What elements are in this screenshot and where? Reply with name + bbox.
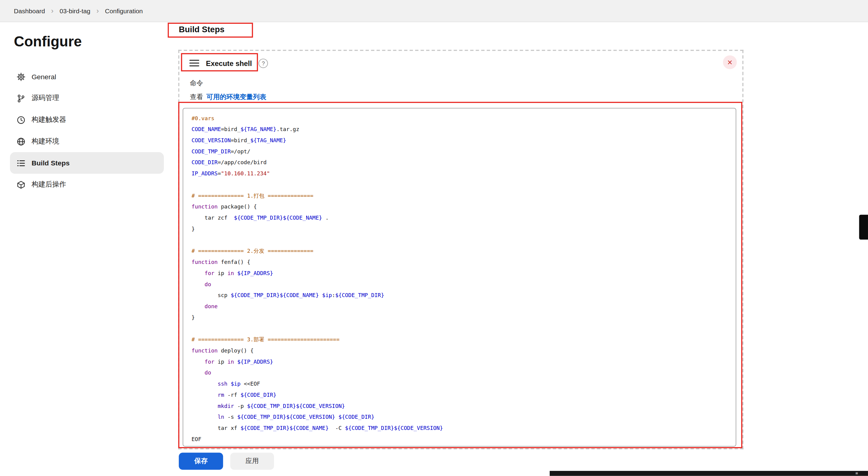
sidebar-item-label: 源码管理 xyxy=(32,93,59,103)
menu-icon[interactable]: ≡ xyxy=(855,471,858,476)
jenkins-configure-page: Dashboard › 03-bird-tag › Configuration … xyxy=(0,0,868,476)
chevron-right-icon: › xyxy=(96,7,99,15)
env-hint-row: 查看可用的环境变量列表 xyxy=(190,93,266,102)
configure-sidebar: General 源码管理 构建触发器 构建环境 Build Steps xyxy=(10,66,164,195)
side-handle[interactable] xyxy=(859,215,868,240)
shell-command-editor[interactable]: #0.varsCODE_NAME=bird_${TAG_NAME}.tar.gz… xyxy=(183,108,736,446)
sidebar-item-label: 构建触发器 xyxy=(32,115,66,124)
globe-icon xyxy=(17,137,25,146)
form-actions: 保存 应用 xyxy=(179,452,274,470)
build-step-panel: Execute shell ? ✕ 命令 查看可用的环境变量列表 #0.vars… xyxy=(178,50,743,449)
package-icon xyxy=(17,180,25,189)
drag-handle-icon[interactable] xyxy=(189,59,199,67)
delete-step-button[interactable]: ✕ xyxy=(723,56,737,69)
save-button[interactable]: 保存 xyxy=(179,452,223,470)
shell-code: #0.varsCODE_NAME=bird_${TAG_NAME}.tar.gz… xyxy=(183,108,736,445)
sidebar-item-general[interactable]: General xyxy=(10,66,164,88)
sidebar-item-build-steps[interactable]: Build Steps xyxy=(10,152,164,174)
env-hint-prefix: 查看 xyxy=(190,93,203,101)
breadcrumb-item-job[interactable]: 03-bird-tag xyxy=(60,7,90,14)
taskbar-strip: ≡ xyxy=(550,471,868,476)
sidebar-item-post-build-actions[interactable]: 构建后操作 xyxy=(10,174,164,195)
sidebar-item-label: General xyxy=(32,73,56,81)
branch-icon xyxy=(17,94,25,102)
list-icon xyxy=(17,158,25,167)
step-header: Execute shell ? ✕ xyxy=(179,51,742,75)
breadcrumb-item-configuration[interactable]: Configuration xyxy=(105,7,143,14)
section-title-build-steps: Build Steps xyxy=(179,24,224,34)
step-title: Execute shell xyxy=(206,59,252,67)
sidebar-item-label: 构建环境 xyxy=(32,137,59,146)
sidebar-item-label: 构建后操作 xyxy=(32,180,66,189)
sidebar-item-build-triggers[interactable]: 构建触发器 xyxy=(10,109,164,131)
sidebar-item-source-code-management[interactable]: 源码管理 xyxy=(10,87,164,109)
sidebar-item-label: Build Steps xyxy=(32,159,70,167)
command-label: 命令 xyxy=(190,78,203,88)
close-icon: ✕ xyxy=(727,58,733,66)
page-title: Configure xyxy=(14,33,82,50)
env-variables-link[interactable]: 可用的环境变量列表 xyxy=(207,93,266,101)
breadcrumb: Dashboard › 03-bird-tag › Configuration xyxy=(0,0,868,22)
breadcrumb-item-dashboard[interactable]: Dashboard xyxy=(14,7,45,14)
chevron-right-icon: › xyxy=(51,7,53,15)
help-icon[interactable]: ? xyxy=(258,58,268,68)
sidebar-item-build-environment[interactable]: 构建环境 xyxy=(10,130,164,152)
apply-button[interactable]: 应用 xyxy=(230,452,274,470)
gear-icon xyxy=(17,72,25,81)
clock-icon xyxy=(17,116,25,124)
